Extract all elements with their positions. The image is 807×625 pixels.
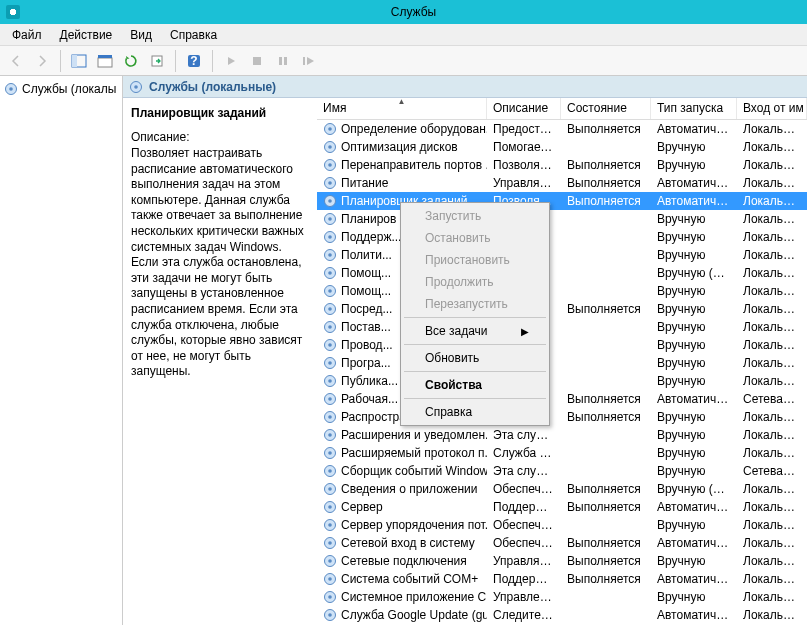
context-item[interactable]: Свойства	[403, 374, 547, 396]
cell-startup: Вручную (ак...	[651, 266, 737, 280]
context-item[interactable]: Справка	[403, 401, 547, 423]
cell-description: Помогает ...	[487, 140, 561, 154]
svg-rect-8	[279, 57, 282, 65]
service-row[interactable]: Системное приложение C...Управлен...Вруч…	[317, 588, 807, 606]
menu-action[interactable]: Действие	[54, 26, 119, 44]
cell-startup: Вручную	[651, 428, 737, 442]
cell-description: Обеспечи...	[487, 482, 561, 496]
service-row[interactable]: Програ...ВручнуюЛокальная	[317, 354, 807, 372]
center-header-title: Службы (локальные)	[149, 80, 276, 94]
service-row[interactable]: ПитаниеУправляет...ВыполняетсяАвтоматиче…	[317, 174, 807, 192]
cell-logon: Локальная	[737, 302, 807, 316]
svg-rect-9	[284, 57, 287, 65]
gear-icon	[4, 82, 18, 96]
cell-logon: Локальная	[737, 320, 807, 334]
properties-button[interactable]	[93, 49, 117, 73]
cell-status: Выполняется	[561, 194, 651, 208]
help-button[interactable]: ?	[182, 49, 206, 73]
cell-status: Выполняется	[561, 536, 651, 550]
service-row[interactable]: Служба Google Update (gu...Следите з...А…	[317, 606, 807, 624]
col-name[interactable]: Имя▲	[317, 98, 487, 119]
cell-name: Расширения и уведомлен...	[317, 428, 487, 442]
cell-status: Выполняется	[561, 482, 651, 496]
svg-point-40	[328, 343, 332, 347]
service-row[interactable]: Расширения и уведомлен...Эта служб...Вру…	[317, 426, 807, 444]
cell-logon: Локальная	[737, 338, 807, 352]
service-row[interactable]: Система событий COM+Поддержи...Выполняет…	[317, 570, 807, 588]
service-row[interactable]: Планировщик заданийПозволяет...Выполняет…	[317, 192, 807, 210]
tree-node-services[interactable]: Службы (локалы	[2, 80, 120, 98]
context-item[interactable]: Все задачи▶	[403, 320, 547, 342]
service-row[interactable]: Помощ...Вручную (ак...Локальная	[317, 264, 807, 282]
context-item: Запустить	[403, 205, 547, 227]
service-row[interactable]: Расширяемый протокол п...Служба ра...Вру…	[317, 444, 807, 462]
service-row[interactable]: Распространение сертифи...Копирует ...Вы…	[317, 408, 807, 426]
context-item[interactable]: Обновить	[403, 347, 547, 369]
service-row[interactable]: Сведения о приложенииОбеспечи...Выполняе…	[317, 480, 807, 498]
cell-startup: Вручную (ак...	[651, 482, 737, 496]
cell-startup: Вручную	[651, 374, 737, 388]
cell-description: Поддержи...	[487, 500, 561, 514]
toolbar: ?	[0, 46, 807, 76]
service-row[interactable]: Сервер упорядочения пот...Обеспечи...Вру…	[317, 516, 807, 534]
cell-name: Система событий COM+	[317, 572, 487, 586]
services-list: Имя▲ Описание Состояние Тип запуска Вход…	[317, 98, 807, 625]
service-row[interactable]: ПланировВручнуюЛокальная	[317, 210, 807, 228]
forward-button[interactable]	[30, 49, 54, 73]
cell-startup: Вручную	[651, 590, 737, 604]
col-startup[interactable]: Тип запуска	[651, 98, 737, 119]
service-row[interactable]: Сетевой вход в системуОбеспечи...Выполня…	[317, 534, 807, 552]
svg-point-70	[328, 613, 332, 617]
service-row[interactable]: Поддерж...ВручнуюЛокальная	[317, 228, 807, 246]
service-row[interactable]: СерверПоддержи...ВыполняетсяАвтоматиче..…	[317, 498, 807, 516]
cell-startup: Вручную	[651, 158, 737, 172]
context-menu: ЗапуститьОстановитьПриостановитьПродолжи…	[400, 202, 550, 426]
service-row[interactable]: Сетевые подключенияУправляет...Выполняет…	[317, 552, 807, 570]
svg-rect-3	[98, 55, 112, 58]
stop-service-button[interactable]	[245, 49, 269, 73]
service-row[interactable]: Перенаправитель портов ...Позволяет...Вы…	[317, 156, 807, 174]
cell-description: Поддержи...	[487, 572, 561, 586]
cell-logon: Локальная	[737, 572, 807, 586]
tree-node-label: Службы (локалы	[22, 82, 116, 96]
cell-name: Питание	[317, 176, 487, 190]
service-row[interactable]: Постав...ВручнуюЛокальная	[317, 318, 807, 336]
cell-name: Сетевой вход в систему	[317, 536, 487, 550]
cell-logon: Локальная	[737, 590, 807, 604]
cell-logon: Локальная	[737, 554, 807, 568]
export-button[interactable]	[145, 49, 169, 73]
service-row[interactable]: Публика...ВручнуюЛокальная	[317, 372, 807, 390]
service-row[interactable]: Полити...ВручнуюЛокальная	[317, 246, 807, 264]
service-row[interactable]: Сборщик событий WindowsЭта служб...Вручн…	[317, 462, 807, 480]
cell-name: Расширяемый протокол п...	[317, 446, 487, 460]
col-status[interactable]: Состояние	[561, 98, 651, 119]
back-button[interactable]	[4, 49, 28, 73]
service-row[interactable]: Определение оборудован...Предостав...Вып…	[317, 120, 807, 138]
service-row[interactable]: Посред...ВыполняетсяВручнуюЛокальная	[317, 300, 807, 318]
menu-help[interactable]: Справка	[164, 26, 223, 44]
service-row[interactable]: Помощ...ВручнуюЛокальная	[317, 282, 807, 300]
cell-startup: Автоматиче...	[651, 500, 737, 514]
cell-logon: Локальная	[737, 158, 807, 172]
cell-startup: Вручную	[651, 230, 737, 244]
service-row[interactable]: Рабочая...ВыполняетсяАвтоматиче...Сетева…	[317, 390, 807, 408]
cell-status: Выполняется	[561, 392, 651, 406]
menu-file[interactable]: Файл	[6, 26, 48, 44]
start-service-button[interactable]	[219, 49, 243, 73]
service-row[interactable]: Провод...ВручнуюЛокальная	[317, 336, 807, 354]
cell-logon: Локальная	[737, 356, 807, 370]
col-logon[interactable]: Вход от им	[737, 98, 807, 119]
col-description[interactable]: Описание	[487, 98, 561, 119]
svg-point-36	[328, 307, 332, 311]
refresh-button[interactable]	[119, 49, 143, 73]
cell-description: Управляет...	[487, 554, 561, 568]
cell-logon: Локальная	[737, 194, 807, 208]
console-tree-button[interactable]	[67, 49, 91, 73]
cell-logon: Локальная	[737, 536, 807, 550]
svg-point-14	[134, 85, 138, 89]
restart-service-button[interactable]	[297, 49, 321, 73]
cell-startup: Вручную	[651, 302, 737, 316]
pause-service-button[interactable]	[271, 49, 295, 73]
menu-view[interactable]: Вид	[124, 26, 158, 44]
service-row[interactable]: Оптимизация дисковПомогает ...ВручнуюЛок…	[317, 138, 807, 156]
